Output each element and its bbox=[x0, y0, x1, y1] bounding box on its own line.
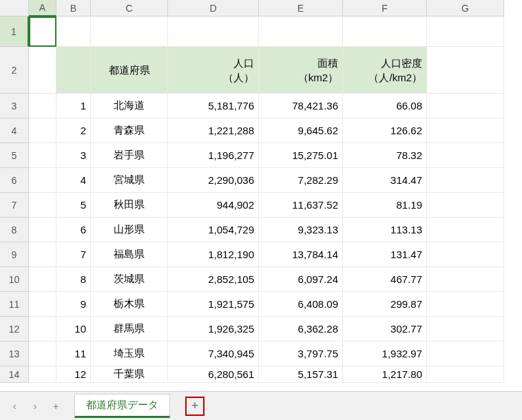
cell-G8[interactable] bbox=[427, 218, 504, 242]
add-sheet-button[interactable]: + bbox=[185, 397, 205, 416]
row-header-9[interactable]: 9 bbox=[0, 242, 29, 267]
cell-A4[interactable] bbox=[29, 118, 56, 143]
cell-density-7[interactable]: 81.19 bbox=[343, 193, 427, 218]
row-header-1[interactable]: 1 bbox=[0, 17, 29, 47]
cell-area-13[interactable]: 3,797.75 bbox=[259, 342, 343, 366]
header-area[interactable]: 面積（km2） bbox=[259, 47, 343, 94]
cell-name-4[interactable]: 青森県 bbox=[91, 118, 168, 143]
row-header-5[interactable]: 5 bbox=[0, 143, 29, 168]
cell-name-11[interactable]: 栃木県 bbox=[91, 292, 168, 317]
cell-num-3[interactable]: 1 bbox=[56, 94, 91, 118]
cell-F1[interactable] bbox=[343, 17, 427, 47]
header-prefecture[interactable]: 都道府県 bbox=[91, 47, 168, 94]
cell-pop-8[interactable]: 1,054,729 bbox=[168, 218, 259, 242]
cell-G1[interactable] bbox=[427, 17, 504, 47]
cell-G4[interactable] bbox=[427, 118, 504, 143]
prev-sheet-button[interactable]: ‹ bbox=[6, 397, 23, 415]
cell-A8[interactable] bbox=[29, 218, 56, 242]
cell-density-11[interactable]: 299.87 bbox=[343, 292, 427, 317]
cell-num-11[interactable]: 9 bbox=[56, 292, 91, 317]
col-header-A[interactable]: A bbox=[29, 0, 56, 17]
col-header-G[interactable]: G bbox=[427, 0, 504, 17]
cell-B1[interactable] bbox=[56, 17, 91, 47]
cell-A12[interactable] bbox=[29, 317, 56, 342]
cell-E1[interactable] bbox=[259, 17, 343, 47]
cell-A11[interactable] bbox=[29, 292, 56, 317]
cell-num-13[interactable]: 11 bbox=[56, 342, 91, 366]
cell-name-3[interactable]: 北海道 bbox=[91, 94, 168, 118]
cell-area-6[interactable]: 7,282.29 bbox=[259, 168, 343, 193]
cell-A2[interactable] bbox=[29, 47, 56, 94]
row-header-6[interactable]: 6 bbox=[0, 168, 29, 193]
cell-area-14[interactable]: 5,157.31 bbox=[259, 366, 343, 383]
cell-pop-10[interactable]: 2,852,105 bbox=[168, 267, 259, 292]
sheet-tab-active[interactable]: 都道府県データ bbox=[74, 394, 170, 418]
cell-area-8[interactable]: 9,323.13 bbox=[259, 218, 343, 242]
cell-name-9[interactable]: 福島県 bbox=[91, 242, 168, 267]
cell-A9[interactable] bbox=[29, 242, 56, 267]
col-header-C[interactable]: C bbox=[91, 0, 168, 17]
cell-num-4[interactable]: 2 bbox=[56, 118, 91, 143]
cell-pop-3[interactable]: 5,181,776 bbox=[168, 94, 259, 118]
cell-A6[interactable] bbox=[29, 168, 56, 193]
cell-density-4[interactable]: 126.62 bbox=[343, 118, 427, 143]
row-header-3[interactable]: 3 bbox=[0, 94, 29, 118]
cell-name-14[interactable]: 千葉県 bbox=[91, 366, 168, 383]
cell-area-12[interactable]: 6,362.28 bbox=[259, 317, 343, 342]
cell-num-8[interactable]: 6 bbox=[56, 218, 91, 242]
cell-num-10[interactable]: 8 bbox=[56, 267, 91, 292]
cell-G3[interactable] bbox=[427, 94, 504, 118]
cell-A13[interactable] bbox=[29, 342, 56, 366]
cell-G12[interactable] bbox=[427, 317, 504, 342]
cell-pop-5[interactable]: 1,196,277 bbox=[168, 143, 259, 168]
row-header-2[interactable]: 2 bbox=[0, 47, 29, 94]
cell-A7[interactable] bbox=[29, 193, 56, 218]
cell-area-10[interactable]: 6,097.24 bbox=[259, 267, 343, 292]
row-header-11[interactable]: 11 bbox=[0, 292, 29, 317]
cell-pop-7[interactable]: 944,902 bbox=[168, 193, 259, 218]
cell-D1[interactable] bbox=[168, 17, 259, 47]
row-header-8[interactable]: 8 bbox=[0, 218, 29, 242]
cell-A3[interactable] bbox=[29, 94, 56, 118]
row-header-4[interactable]: 4 bbox=[0, 118, 29, 143]
header-density[interactable]: 人口密度（人/km2） bbox=[343, 47, 427, 94]
cell-density-8[interactable]: 113.13 bbox=[343, 218, 427, 242]
cell-density-3[interactable]: 66.08 bbox=[343, 94, 427, 118]
row-header-12[interactable]: 12 bbox=[0, 317, 29, 342]
cell-name-6[interactable]: 宮城県 bbox=[91, 168, 168, 193]
cell-name-5[interactable]: 岩手県 bbox=[91, 143, 168, 168]
cell-pop-12[interactable]: 1,926,325 bbox=[168, 317, 259, 342]
cell-A14[interactable] bbox=[29, 366, 56, 383]
row-header-14[interactable]: 14 bbox=[0, 366, 29, 383]
cell-name-12[interactable]: 群馬県 bbox=[91, 317, 168, 342]
cell-G9[interactable] bbox=[427, 242, 504, 267]
cell-name-8[interactable]: 山形県 bbox=[91, 218, 168, 242]
cell-num-14[interactable]: 12 bbox=[56, 366, 91, 383]
cell-B2[interactable] bbox=[56, 47, 91, 94]
add-nav-button[interactable]: + bbox=[47, 397, 65, 415]
cell-density-6[interactable]: 314.47 bbox=[343, 168, 427, 193]
cell-num-9[interactable]: 7 bbox=[56, 242, 91, 267]
header-population[interactable]: 人口（人） bbox=[168, 47, 259, 94]
cell-pop-14[interactable]: 6,280,561 bbox=[168, 366, 259, 383]
cell-name-10[interactable]: 茨城県 bbox=[91, 267, 168, 292]
cell-C1[interactable] bbox=[91, 17, 168, 47]
cell-area-9[interactable]: 13,784.14 bbox=[259, 242, 343, 267]
cell-num-5[interactable]: 3 bbox=[56, 143, 91, 168]
cell-density-9[interactable]: 131.47 bbox=[343, 242, 427, 267]
cell-density-12[interactable]: 302.77 bbox=[343, 317, 427, 342]
cell-G11[interactable] bbox=[427, 292, 504, 317]
cell-G2[interactable] bbox=[427, 47, 504, 94]
cell-pop-13[interactable]: 7,340,945 bbox=[168, 342, 259, 366]
cell-density-10[interactable]: 467.77 bbox=[343, 267, 427, 292]
cell-G7[interactable] bbox=[427, 193, 504, 218]
cell-G6[interactable] bbox=[427, 168, 504, 193]
select-all-corner[interactable] bbox=[0, 0, 29, 17]
cell-num-6[interactable]: 4 bbox=[56, 168, 91, 193]
col-header-D[interactable]: D bbox=[168, 0, 259, 17]
cell-area-7[interactable]: 11,637.52 bbox=[259, 193, 343, 218]
col-header-B[interactable]: B bbox=[56, 0, 91, 17]
cell-G5[interactable] bbox=[427, 143, 504, 168]
row-header-13[interactable]: 13 bbox=[0, 342, 29, 366]
cell-num-12[interactable]: 10 bbox=[56, 317, 91, 342]
